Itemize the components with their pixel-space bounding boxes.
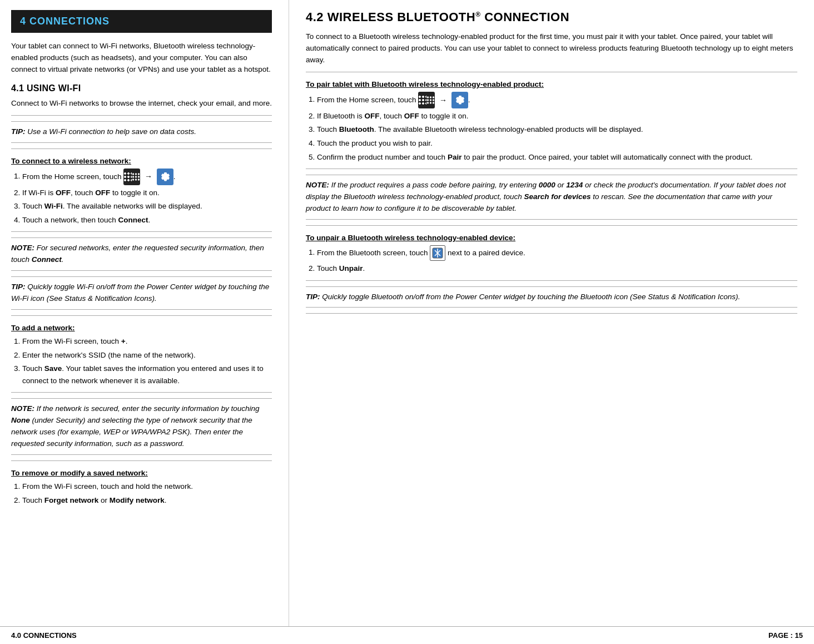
divider-5 (11, 392, 272, 393)
remove-modify-steps: From the Wi-Fi screen, touch and hold th… (22, 480, 272, 506)
svg-point-15 (427, 102, 429, 103)
bluetooth-device-icon (430, 245, 445, 261)
svg-point-12 (427, 99, 429, 101)
tip-bluetooth-text: Quickly toggle Bluetooth on/off from the… (320, 293, 741, 301)
note-secured-text: For secured networks, enter the requeste… (11, 244, 264, 264)
divider-1 (11, 115, 272, 116)
settings-icon-2 (451, 92, 468, 108)
svg-point-5 (138, 176, 140, 177)
pair-step-3: Touch Bluetooth. The available Bluetooth… (317, 123, 797, 136)
svg-point-0 (132, 173, 134, 175)
chapter-number: 4 (20, 16, 29, 27)
section-4-1-intro: Connect to Wi-Fi networks to browse the … (11, 98, 272, 110)
note-secured-network-text: If the network is secured, enter the sec… (11, 404, 259, 448)
remove-modify-title: To remove or modify a saved network: (11, 469, 272, 477)
svg-point-2 (138, 173, 140, 175)
divider-2 (11, 148, 272, 149)
tip-wifi-label: TIP: (11, 127, 26, 136)
svg-point-6 (132, 179, 134, 180)
section-4-2-subtitle: CONNECTION (481, 10, 570, 24)
unpair-title: To unpair a Bluetooth wireless technolog… (306, 234, 797, 242)
svg-point-3 (132, 176, 134, 177)
pair-title: To pair tablet with Bluetooth wireless t… (306, 80, 797, 88)
pair-step-2: If Bluetooth is OFF, touch OFF to toggle… (317, 110, 797, 122)
pair-step-1: From the Home screen, touch (317, 92, 797, 108)
tip-bluetooth: TIP: Quickly toggle Bluetooth on/off fro… (306, 286, 797, 308)
note-secured: NOTE: For secured networks, enter the re… (11, 237, 272, 271)
svg-point-9 (427, 96, 429, 98)
svg-point-8 (138, 179, 140, 180)
connect-step-2: If Wi-Fi is OFF, touch OFF to toggle it … (22, 187, 272, 199)
divider-4 (11, 315, 272, 316)
svg-point-13 (430, 99, 431, 101)
left-intro-text: Your tablet can connect to Wi-Fi network… (11, 41, 272, 76)
right-divider-5 (306, 313, 797, 314)
pair-step-4: Touch the product you wish to pair. (317, 137, 797, 150)
note-secured-label: NOTE: (11, 244, 34, 252)
tip-wifi-text: Use a Wi-Fi connection to help save on d… (26, 127, 197, 136)
connect-step-1: From the Home screen, touch (22, 169, 272, 185)
note-secured-network: NOTE: If the network is secured, enter t… (11, 398, 272, 455)
add-step-3: Touch Save. Your tablet saves the inform… (22, 363, 272, 387)
connect-wireless-title: To connect to a wireless network: (11, 157, 272, 165)
svg-point-4 (135, 176, 137, 177)
note-secured-network-label: NOTE: (11, 404, 34, 413)
svg-point-11 (433, 96, 434, 98)
add-network-title: To add a network: (11, 324, 272, 332)
footer: 4.0 CONNECTIONS PAGE : 15 (0, 626, 814, 644)
svg-point-10 (430, 96, 431, 98)
tip-toggle-label: TIP: (11, 283, 26, 291)
pair-step-5: Confirm the product number and touch Pai… (317, 151, 797, 164)
apps-icon-1 (123, 169, 140, 185)
footer-right: PAGE : 15 (768, 631, 803, 640)
note-passcode-text: If the product requires a pass code befo… (306, 181, 786, 212)
tip-toggle-text: Quickly toggle Wi-Fi on/off from the Pow… (11, 283, 269, 303)
svg-point-16 (430, 102, 431, 103)
right-divider-1 (306, 72, 797, 72)
chapter-title: CONNECTIONS (29, 16, 110, 27)
section-4-2-title: 4.2 WIRELESS BLUETOOTH® CONNECTION (306, 10, 797, 24)
divider-6 (11, 460, 272, 461)
connect-wireless-steps: From the Home screen, touch (22, 169, 272, 226)
connect-step-3: Touch Wi-Fi. The available networks will… (22, 200, 272, 212)
add-step-2: Enter the network's SSID (the name of th… (22, 349, 272, 361)
unpair-steps: From the Bluetooth screen, touch next to… (317, 245, 797, 275)
chapter-header: 4 CONNECTIONS (11, 10, 272, 33)
right-column: 4.2 WIRELESS BLUETOOTH® CONNECTION To co… (289, 0, 814, 626)
apps-icon-2 (418, 92, 435, 108)
page-container: 4 CONNECTIONS Your tablet can connect to… (0, 0, 814, 644)
add-step-1: From the Wi-Fi screen, touch +. (22, 335, 272, 348)
remove-step-2: Touch Forget network or Modify network. (22, 494, 272, 507)
right-divider-2 (306, 169, 797, 169)
svg-point-7 (135, 179, 137, 180)
section-4-2-intro: To connect to a Bluetooth wireless techn… (306, 31, 797, 66)
divider-3 (11, 231, 272, 232)
right-divider-3 (306, 225, 797, 226)
arrow-icon-1: → (145, 170, 152, 182)
registered-mark: ® (475, 11, 480, 18)
svg-point-14 (433, 99, 434, 101)
svg-point-17 (433, 102, 434, 103)
settings-icon-1 (157, 169, 173, 185)
section-4-2-main-title: 4.2 WIRELESS BLUETOOTH (306, 10, 475, 24)
note-passcode: NOTE: If the product requires a pass cod… (306, 175, 797, 220)
tip-wifi-cost: TIP: Use a Wi-Fi connection to help save… (11, 121, 272, 143)
left-column: 4 CONNECTIONS Your tablet can connect to… (0, 0, 289, 626)
footer-left: 4.0 CONNECTIONS (11, 631, 77, 640)
unpair-step-1: From the Bluetooth screen, touch next to… (317, 245, 797, 261)
svg-point-1 (135, 173, 137, 175)
remove-step-1: From the Wi-Fi screen, touch and hold th… (22, 480, 272, 493)
content-area: 4 CONNECTIONS Your tablet can connect to… (0, 0, 814, 626)
note-passcode-label: NOTE: (306, 181, 329, 189)
pair-steps: From the Home screen, touch (317, 92, 797, 163)
unpair-step-2: Touch Unpair. (317, 262, 797, 275)
add-network-steps: From the Wi-Fi screen, touch +. Enter th… (22, 335, 272, 387)
right-divider-4 (306, 280, 797, 281)
connect-step-4: Touch a network, then touch Connect. (22, 214, 272, 226)
section-4-1-title: 4.1 USING WI-FI (11, 83, 272, 93)
arrow-icon-2: → (439, 94, 447, 106)
tip-toggle-wifi: TIP: Quickly toggle Wi-Fi on/off from th… (11, 276, 272, 310)
tip-bluetooth-label: TIP: (306, 293, 320, 301)
